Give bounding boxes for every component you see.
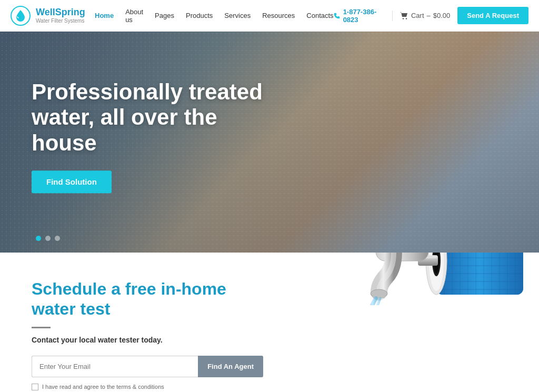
logo-tagline: Water Filter Systems: [36, 18, 85, 24]
water-test-section: Schedule a free in-home water test Conta…: [0, 253, 539, 392]
hero-section: Professionally treated water, all over t…: [0, 32, 539, 253]
find-agent-button[interactable]: Find An Agent: [198, 356, 263, 377]
svg-point-2: [406, 18, 407, 19]
cart-area[interactable]: Cart – $0.00: [400, 12, 450, 19]
hero-title: Professionally treated water, all over t…: [32, 79, 284, 156]
hero-dot-1[interactable]: [36, 236, 41, 241]
site-header: WellSpring Water Filter Systems Home Abo…: [0, 0, 539, 32]
title-divider: [32, 327, 51, 328]
hero-slider-dots: [36, 236, 60, 241]
logo-text: WellSpring Water Filter Systems: [36, 7, 85, 24]
phone-icon: [334, 12, 340, 19]
logo-icon: [11, 6, 31, 26]
main-nav: Home About us Pages Products Services Re…: [95, 8, 334, 24]
cart-icon: [400, 12, 408, 19]
terms-checkbox[interactable]: [32, 384, 38, 390]
hero-content: Professionally treated water, all over t…: [32, 79, 284, 193]
nav-pages[interactable]: Pages: [155, 12, 174, 19]
cart-label: Cart: [411, 12, 424, 19]
cart-price: $0.00: [433, 12, 451, 19]
hero-dot-2[interactable]: [45, 236, 51, 241]
svg-point-1: [403, 18, 404, 19]
logo-brand: WellSpring: [36, 7, 85, 18]
send-request-button[interactable]: Send A Request: [457, 7, 528, 24]
nav-contacts[interactable]: Contacts: [306, 12, 333, 19]
hero-dot-3[interactable]: [55, 236, 60, 241]
phone-number: 1-877-386-0823: [343, 8, 385, 24]
email-row: Find An Agent: [32, 356, 263, 377]
cart-dash: –: [427, 12, 431, 19]
email-input[interactable]: [32, 356, 198, 377]
terms-row: I have read and agree to the terms & con…: [32, 384, 263, 390]
phone-area: 1-877-386-0823: [334, 8, 385, 24]
find-solution-button[interactable]: Find Solution: [32, 170, 112, 193]
nav-home[interactable]: Home: [95, 12, 114, 19]
nav-products[interactable]: Products: [186, 12, 213, 19]
nav-about[interactable]: About us: [125, 8, 143, 24]
nav-resources[interactable]: Resources: [262, 12, 295, 19]
water-test-subtitle: Contact your local water tester today.: [32, 336, 263, 344]
terms-text: I have read and agree to the terms & con…: [42, 384, 164, 390]
water-test-content: Schedule a free in-home water test Conta…: [32, 279, 284, 390]
nav-services[interactable]: Services: [224, 12, 251, 19]
logo-area: WellSpring Water Filter Systems: [11, 6, 95, 26]
water-test-title: Schedule a free in-home water test: [32, 279, 263, 319]
divider: [392, 11, 393, 21]
header-right: 1-877-386-0823 Cart – $0.00 Send A Reque…: [334, 7, 528, 24]
